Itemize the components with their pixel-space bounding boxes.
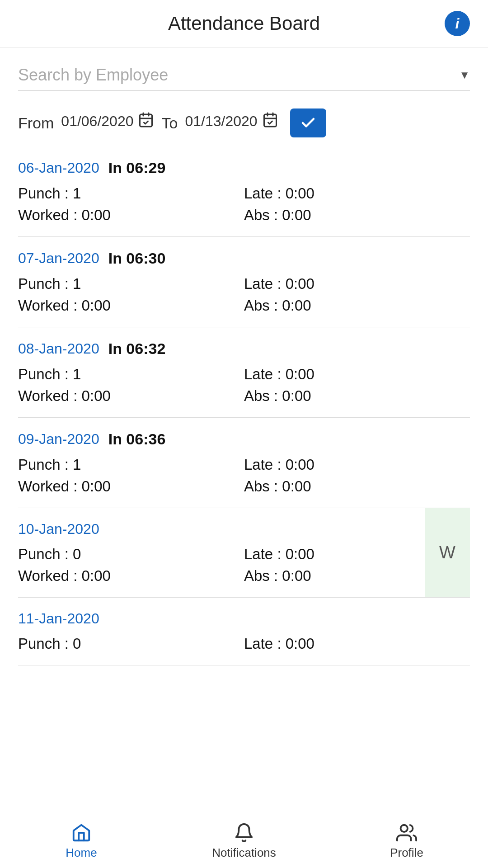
record-date-1: 07-Jan-2020 bbox=[18, 250, 99, 267]
record-header-0: 06-Jan-2020 In 06:29 bbox=[18, 159, 470, 177]
record-item-4[interactable]: 10-Jan-2020 Punch : 0 Late : 0:00 Worked… bbox=[18, 508, 470, 598]
record-worked-0: Worked : 0:00 bbox=[18, 207, 244, 224]
to-date-value: 01/13/2020 bbox=[185, 113, 257, 130]
home-icon bbox=[71, 822, 92, 843]
record-worked-1: Worked : 0:00 bbox=[18, 297, 244, 314]
profile-icon bbox=[396, 822, 417, 843]
nav-item-home[interactable]: Home bbox=[0, 822, 163, 860]
record-punch-1: Punch : 1 bbox=[18, 275, 244, 292]
record-details-0: Punch : 1 Late : 0:00 Worked : 0:00 Abs … bbox=[18, 185, 470, 224]
record-item-1[interactable]: 07-Jan-2020 In 06:30 Punch : 1 Late : 0:… bbox=[18, 237, 470, 327]
record-date-4: 10-Jan-2020 bbox=[18, 521, 99, 538]
info-button[interactable]: i bbox=[445, 11, 470, 36]
record-date-2: 08-Jan-2020 bbox=[18, 340, 99, 357]
chevron-down-icon: ▼ bbox=[459, 69, 470, 81]
record-header-5: 11-Jan-2020 bbox=[18, 610, 470, 627]
record-row-punch-1: Punch : 1 Late : 0:00 bbox=[18, 275, 470, 292]
record-row-punch-3: Punch : 1 Late : 0:00 bbox=[18, 456, 470, 473]
nav-item-profile[interactable]: Profile bbox=[325, 822, 488, 860]
date-filter-row: From 01/06/2020 To 01/13/2020 bbox=[0, 95, 488, 146]
record-header-2: 08-Jan-2020 In 06:32 bbox=[18, 340, 470, 358]
from-date-input[interactable]: 01/06/2020 bbox=[61, 112, 154, 134]
record-date-5: 11-Jan-2020 bbox=[18, 610, 99, 627]
record-punch-5: Punch : 0 bbox=[18, 635, 244, 652]
record-details-1: Punch : 1 Late : 0:00 Worked : 0:00 Abs … bbox=[18, 275, 470, 314]
search-placeholder: Search by Employee bbox=[18, 66, 168, 85]
records-list: 06-Jan-2020 In 06:29 Punch : 1 Late : 0:… bbox=[0, 146, 488, 665]
record-row-worked-1: Worked : 0:00 Abs : 0:00 bbox=[18, 297, 470, 314]
record-late-2: Late : 0:00 bbox=[244, 366, 470, 383]
info-icon: i bbox=[455, 15, 460, 32]
record-in-time-2: In 06:32 bbox=[108, 340, 166, 358]
record-header-3: 09-Jan-2020 In 06:36 bbox=[18, 430, 470, 448]
record-worked-3: Worked : 0:00 bbox=[18, 478, 244, 495]
record-row-punch-4: Punch : 0 Late : 0:00 bbox=[18, 546, 470, 563]
record-punch-3: Punch : 1 bbox=[18, 456, 244, 473]
nav-label-profile: Profile bbox=[390, 846, 423, 860]
nav-item-notifications[interactable]: Notifications bbox=[163, 822, 325, 860]
record-in-time-0: In 06:29 bbox=[108, 159, 166, 177]
record-worked-4: Worked : 0:00 bbox=[18, 567, 244, 585]
record-date-0: 06-Jan-2020 bbox=[18, 160, 99, 176]
page-title: Attendance Board bbox=[168, 13, 320, 34]
from-label: From bbox=[18, 114, 54, 132]
record-item-0[interactable]: 06-Jan-2020 In 06:29 Punch : 1 Late : 0:… bbox=[18, 146, 470, 237]
header: Attendance Board i bbox=[0, 0, 488, 47]
record-item-5[interactable]: 11-Jan-2020 Punch : 0 Late : 0:00 bbox=[18, 598, 470, 665]
record-punch-2: Punch : 1 bbox=[18, 366, 244, 383]
record-item-2[interactable]: 08-Jan-2020 In 06:32 Punch : 1 Late : 0:… bbox=[18, 327, 470, 418]
record-punch-0: Punch : 1 bbox=[18, 185, 244, 202]
record-item-3[interactable]: 09-Jan-2020 In 06:36 Punch : 1 Late : 0:… bbox=[18, 418, 470, 508]
record-abs-0: Abs : 0:00 bbox=[244, 207, 470, 224]
record-in-time-3: In 06:36 bbox=[108, 430, 166, 448]
record-details-4: Punch : 0 Late : 0:00 Worked : 0:00 Abs … bbox=[18, 546, 470, 585]
record-details-5: Punch : 0 Late : 0:00 bbox=[18, 635, 470, 652]
record-row-worked-4: Worked : 0:00 Abs : 0:00 bbox=[18, 567, 470, 585]
search-area: Search by Employee ▼ bbox=[0, 47, 488, 95]
record-row-worked-0: Worked : 0:00 Abs : 0:00 bbox=[18, 207, 470, 224]
record-abs-1: Abs : 0:00 bbox=[244, 297, 470, 314]
record-late-5: Late : 0:00 bbox=[244, 635, 470, 652]
weekend-label-4: W bbox=[439, 543, 455, 562]
record-row-worked-3: Worked : 0:00 Abs : 0:00 bbox=[18, 478, 470, 495]
record-late-0: Late : 0:00 bbox=[244, 185, 470, 202]
to-calendar-icon[interactable] bbox=[262, 112, 278, 131]
nav-label-notifications: Notifications bbox=[212, 846, 276, 860]
bell-icon bbox=[234, 822, 254, 843]
confirm-date-button[interactable] bbox=[290, 108, 326, 137]
record-late-1: Late : 0:00 bbox=[244, 275, 470, 292]
to-label: To bbox=[161, 114, 178, 132]
svg-point-8 bbox=[401, 825, 408, 832]
record-in-time-1: In 06:30 bbox=[108, 250, 166, 267]
record-row-worked-2: Worked : 0:00 Abs : 0:00 bbox=[18, 387, 470, 405]
record-row-punch-2: Punch : 1 Late : 0:00 bbox=[18, 366, 470, 383]
nav-label-home: Home bbox=[66, 846, 97, 860]
record-header-1: 07-Jan-2020 In 06:30 bbox=[18, 250, 470, 267]
from-date-value: 01/06/2020 bbox=[61, 113, 133, 130]
record-header-4: 10-Jan-2020 bbox=[18, 521, 470, 538]
bottom-nav: Home Notifications Profile bbox=[0, 814, 488, 868]
weekend-badge-4: W bbox=[425, 508, 470, 597]
record-row-punch-5: Punch : 0 Late : 0:00 bbox=[18, 635, 470, 652]
record-details-3: Punch : 1 Late : 0:00 Worked : 0:00 Abs … bbox=[18, 456, 470, 495]
record-worked-2: Worked : 0:00 bbox=[18, 387, 244, 405]
record-late-3: Late : 0:00 bbox=[244, 456, 470, 473]
svg-rect-0 bbox=[140, 114, 152, 127]
record-date-3: 09-Jan-2020 bbox=[18, 431, 99, 448]
from-calendar-icon[interactable] bbox=[138, 112, 154, 131]
record-details-2: Punch : 1 Late : 0:00 Worked : 0:00 Abs … bbox=[18, 366, 470, 405]
record-abs-2: Abs : 0:00 bbox=[244, 387, 470, 405]
record-abs-3: Abs : 0:00 bbox=[244, 478, 470, 495]
to-date-input[interactable]: 01/13/2020 bbox=[185, 112, 278, 134]
employee-search-dropdown[interactable]: Search by Employee ▼ bbox=[18, 66, 470, 90]
record-row-punch-0: Punch : 1 Late : 0:00 bbox=[18, 185, 470, 202]
svg-rect-4 bbox=[264, 114, 276, 127]
record-punch-4: Punch : 0 bbox=[18, 546, 244, 563]
